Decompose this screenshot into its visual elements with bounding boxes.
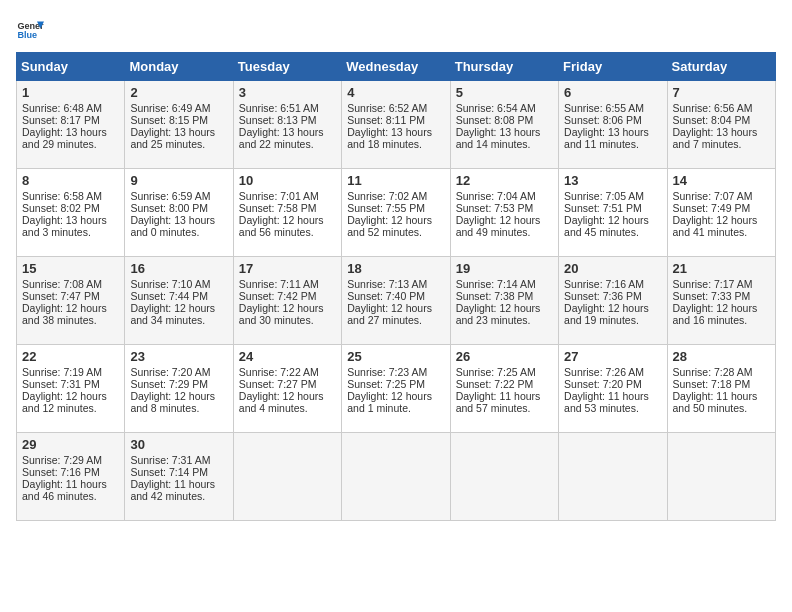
day-info-line: and 27 minutes. bbox=[347, 314, 444, 326]
header-sunday: Sunday bbox=[17, 53, 125, 81]
day-info-line: Daylight: 12 hours bbox=[22, 302, 119, 314]
calendar-cell: 20Sunrise: 7:16 AMSunset: 7:36 PMDayligh… bbox=[559, 257, 667, 345]
day-info-line: Sunrise: 6:52 AM bbox=[347, 102, 444, 114]
week-row-5: 29Sunrise: 7:29 AMSunset: 7:16 PMDayligh… bbox=[17, 433, 776, 521]
day-info-line: Sunset: 7:40 PM bbox=[347, 290, 444, 302]
calendar-cell: 5Sunrise: 6:54 AMSunset: 8:08 PMDaylight… bbox=[450, 81, 558, 169]
calendar-cell: 26Sunrise: 7:25 AMSunset: 7:22 PMDayligh… bbox=[450, 345, 558, 433]
day-info-line: Sunset: 7:27 PM bbox=[239, 378, 336, 390]
day-info-line: Daylight: 13 hours bbox=[22, 214, 119, 226]
day-info-line: Sunset: 7:47 PM bbox=[22, 290, 119, 302]
day-info-line: and 12 minutes. bbox=[22, 402, 119, 414]
day-number: 26 bbox=[456, 349, 553, 364]
day-info-line: Daylight: 12 hours bbox=[239, 214, 336, 226]
day-number: 18 bbox=[347, 261, 444, 276]
day-info-line: Sunrise: 6:51 AM bbox=[239, 102, 336, 114]
day-info-line: and 16 minutes. bbox=[673, 314, 770, 326]
day-info-line: and 19 minutes. bbox=[564, 314, 661, 326]
calendar-cell bbox=[450, 433, 558, 521]
day-info-line: Sunset: 7:14 PM bbox=[130, 466, 227, 478]
day-info-line: Daylight: 12 hours bbox=[130, 302, 227, 314]
calendar-cell: 6Sunrise: 6:55 AMSunset: 8:06 PMDaylight… bbox=[559, 81, 667, 169]
day-number: 9 bbox=[130, 173, 227, 188]
header-saturday: Saturday bbox=[667, 53, 775, 81]
calendar-cell bbox=[559, 433, 667, 521]
day-number: 10 bbox=[239, 173, 336, 188]
week-row-2: 8Sunrise: 6:58 AMSunset: 8:02 PMDaylight… bbox=[17, 169, 776, 257]
header-friday: Friday bbox=[559, 53, 667, 81]
day-info-line: Daylight: 12 hours bbox=[239, 390, 336, 402]
calendar-cell: 8Sunrise: 6:58 AMSunset: 8:02 PMDaylight… bbox=[17, 169, 125, 257]
day-info-line: Daylight: 11 hours bbox=[564, 390, 661, 402]
day-number: 2 bbox=[130, 85, 227, 100]
day-info-line: Sunset: 7:22 PM bbox=[456, 378, 553, 390]
week-row-4: 22Sunrise: 7:19 AMSunset: 7:31 PMDayligh… bbox=[17, 345, 776, 433]
week-row-1: 1Sunrise: 6:48 AMSunset: 8:17 PMDaylight… bbox=[17, 81, 776, 169]
calendar-cell: 2Sunrise: 6:49 AMSunset: 8:15 PMDaylight… bbox=[125, 81, 233, 169]
day-info-line: Sunset: 7:49 PM bbox=[673, 202, 770, 214]
day-info-line: Sunset: 7:31 PM bbox=[22, 378, 119, 390]
day-number: 6 bbox=[564, 85, 661, 100]
day-info-line: Sunrise: 6:56 AM bbox=[673, 102, 770, 114]
day-info-line: Sunset: 7:33 PM bbox=[673, 290, 770, 302]
day-info-line: and 41 minutes. bbox=[673, 226, 770, 238]
day-info-line: Sunset: 8:13 PM bbox=[239, 114, 336, 126]
calendar-cell: 13Sunrise: 7:05 AMSunset: 7:51 PMDayligh… bbox=[559, 169, 667, 257]
day-info-line: and 3 minutes. bbox=[22, 226, 119, 238]
day-info-line: Sunset: 8:00 PM bbox=[130, 202, 227, 214]
header-tuesday: Tuesday bbox=[233, 53, 341, 81]
day-info-line: Sunrise: 7:01 AM bbox=[239, 190, 336, 202]
day-info-line: Sunrise: 6:58 AM bbox=[22, 190, 119, 202]
day-info-line: and 56 minutes. bbox=[239, 226, 336, 238]
logo: General Blue bbox=[16, 16, 44, 44]
calendar-cell bbox=[667, 433, 775, 521]
header-wednesday: Wednesday bbox=[342, 53, 450, 81]
calendar-cell: 9Sunrise: 6:59 AMSunset: 8:00 PMDaylight… bbox=[125, 169, 233, 257]
day-info-line: Sunrise: 7:16 AM bbox=[564, 278, 661, 290]
day-info-line: Sunrise: 7:19 AM bbox=[22, 366, 119, 378]
calendar-cell: 30Sunrise: 7:31 AMSunset: 7:14 PMDayligh… bbox=[125, 433, 233, 521]
day-number: 17 bbox=[239, 261, 336, 276]
day-info-line: and 1 minute. bbox=[347, 402, 444, 414]
day-info-line: Sunrise: 7:20 AM bbox=[130, 366, 227, 378]
day-info-line: Sunset: 8:15 PM bbox=[130, 114, 227, 126]
day-info-line: and 45 minutes. bbox=[564, 226, 661, 238]
day-number: 5 bbox=[456, 85, 553, 100]
day-info-line: Daylight: 12 hours bbox=[564, 214, 661, 226]
day-info-line: Daylight: 12 hours bbox=[347, 302, 444, 314]
day-info-line: Sunset: 7:55 PM bbox=[347, 202, 444, 214]
day-number: 23 bbox=[130, 349, 227, 364]
day-info-line: Daylight: 12 hours bbox=[564, 302, 661, 314]
day-number: 1 bbox=[22, 85, 119, 100]
day-info-line: Sunset: 8:02 PM bbox=[22, 202, 119, 214]
day-info-line: and 52 minutes. bbox=[347, 226, 444, 238]
day-number: 13 bbox=[564, 173, 661, 188]
calendar-cell: 21Sunrise: 7:17 AMSunset: 7:33 PMDayligh… bbox=[667, 257, 775, 345]
calendar-cell: 16Sunrise: 7:10 AMSunset: 7:44 PMDayligh… bbox=[125, 257, 233, 345]
calendar-body: 1Sunrise: 6:48 AMSunset: 8:17 PMDaylight… bbox=[17, 81, 776, 521]
day-info-line: Daylight: 11 hours bbox=[456, 390, 553, 402]
calendar-table: SundayMondayTuesdayWednesdayThursdayFrid… bbox=[16, 52, 776, 521]
day-info-line: Sunrise: 7:25 AM bbox=[456, 366, 553, 378]
day-number: 22 bbox=[22, 349, 119, 364]
day-number: 27 bbox=[564, 349, 661, 364]
calendar-cell: 24Sunrise: 7:22 AMSunset: 7:27 PMDayligh… bbox=[233, 345, 341, 433]
day-info-line: Sunrise: 7:26 AM bbox=[564, 366, 661, 378]
day-info-line: and 18 minutes. bbox=[347, 138, 444, 150]
day-info-line: Sunset: 8:17 PM bbox=[22, 114, 119, 126]
day-info-line: Sunrise: 6:48 AM bbox=[22, 102, 119, 114]
day-info-line: Sunrise: 7:23 AM bbox=[347, 366, 444, 378]
day-info-line: and 57 minutes. bbox=[456, 402, 553, 414]
day-number: 20 bbox=[564, 261, 661, 276]
day-info-line: Daylight: 13 hours bbox=[130, 214, 227, 226]
calendar-cell: 29Sunrise: 7:29 AMSunset: 7:16 PMDayligh… bbox=[17, 433, 125, 521]
day-info-line: Sunrise: 6:55 AM bbox=[564, 102, 661, 114]
day-number: 11 bbox=[347, 173, 444, 188]
page-header: General Blue bbox=[16, 16, 776, 44]
day-info-line: and 22 minutes. bbox=[239, 138, 336, 150]
day-number: 4 bbox=[347, 85, 444, 100]
calendar-cell: 10Sunrise: 7:01 AMSunset: 7:58 PMDayligh… bbox=[233, 169, 341, 257]
calendar-cell: 4Sunrise: 6:52 AMSunset: 8:11 PMDaylight… bbox=[342, 81, 450, 169]
day-info-line: Sunrise: 7:08 AM bbox=[22, 278, 119, 290]
day-info-line: Daylight: 13 hours bbox=[130, 126, 227, 138]
